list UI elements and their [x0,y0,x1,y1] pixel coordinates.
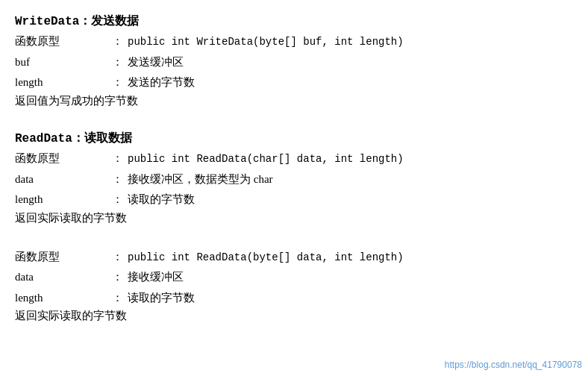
write-data-colon-length: ： [112,73,123,93]
main-content: WriteData：发送数据 函数原型 ： public int WriteDa… [15,13,573,323]
write-data-colon-buf: ： [112,53,123,72]
write-data-row-prototype: 函数原型 ： public int WriteData(byte[] buf, … [15,32,573,51]
read-data-label-data: data [15,170,112,189]
section-title-write-data: WriteData：发送数据 [15,13,573,29]
section-read-data: ReadData：读取数据 函数原型 ： public int ReadData… [15,131,573,225]
read-data-row-length: length ： 读取的字节数 [15,190,573,210]
read-data-2-label-data: data [15,268,112,287]
read-data-row-data: data ： 接收缓冲区，数据类型为 char [15,170,573,189]
read-data-2-row-data: data ： 接收缓冲区 [15,268,573,287]
read-data-desc: 读取数据 [84,131,132,144]
section-title-read-data: ReadData：读取数据 [15,131,573,146]
read-data-colon-prototype: ： [112,149,123,169]
write-data-desc: 发送数据 [91,14,139,27]
read-data-2-colon-data: ： [112,268,123,287]
write-data-return-note: 返回值为写成功的字节数 [15,94,573,108]
read-data-2-desc-length: 读取的字节数 [128,289,195,308]
read-data-2-label-length: length [15,289,112,308]
write-data-colon-prototype: ： [112,32,123,51]
divider-2 [15,239,573,248]
divider-1 [15,122,573,131]
watermark: https://blog.csdn.net/qq_41790078 [445,360,582,370]
read-data-keyword: ReadData [15,132,72,145]
write-data-label-length: length [15,73,112,93]
read-data-2-row-length: length ： 读取的字节数 [15,289,573,308]
write-data-code-prototype: public int WriteData(byte[] buf, int len… [128,34,404,51]
write-data-row-buf: buf ： 发送缓冲区 [15,53,573,72]
read-data-desc-length: 读取的字节数 [128,190,195,210]
read-data-colon-length: ： [112,190,123,210]
read-data-2-desc-data: 接收缓冲区 [128,268,184,287]
read-data-label-prototype: 函数原型 [15,149,112,169]
read-data-colon: ： [72,131,84,144]
read-data-code-prototype: public int ReadData(char[] data, int len… [128,151,404,169]
read-data-2-label-prototype: 函数原型 [15,248,112,267]
section-read-data-2: 函数原型 ： public int ReadData(byte[] data, … [15,248,573,324]
read-data-desc-data: 接收缓冲区，数据类型为 char [128,170,273,189]
read-data-2-code-prototype: public int ReadData(byte[] data, int len… [128,249,404,267]
write-data-desc-buf: 发送缓冲区 [128,53,184,72]
read-data-return-note: 返回实际读取的字节数 [15,211,573,225]
write-data-row-length: length ： 发送的字节数 [15,73,573,93]
write-data-colon: ： [79,14,91,27]
read-data-colon-data: ： [112,170,123,189]
write-data-keyword: WriteData [15,15,79,28]
read-data-label-length: length [15,190,112,210]
read-data-2-colon-prototype: ： [112,248,123,267]
read-data-2-row-prototype: 函数原型 ： public int ReadData(byte[] data, … [15,248,573,267]
read-data-2-colon-length: ： [112,289,123,308]
write-data-label-prototype: 函数原型 [15,32,112,51]
read-data-2-return-note: 返回实际读取的字节数 [15,309,573,323]
read-data-row-prototype: 函数原型 ： public int ReadData(char[] data, … [15,149,573,169]
section-write-data: WriteData：发送数据 函数原型 ： public int WriteDa… [15,13,573,108]
write-data-desc-length: 发送的字节数 [128,73,195,93]
write-data-label-buf: buf [15,53,112,72]
